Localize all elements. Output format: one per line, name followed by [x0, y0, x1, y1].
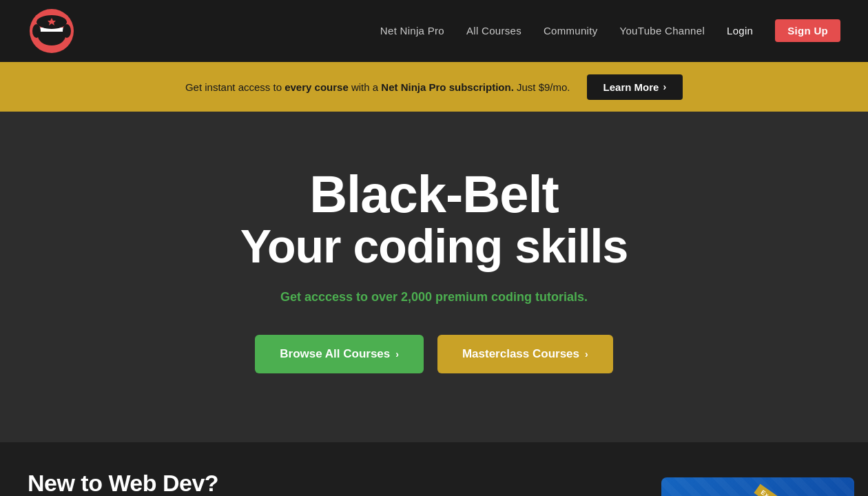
svg-point-5: [63, 24, 71, 38]
nav-item-sign-up[interactable]: Sign Up: [775, 25, 840, 37]
svg-point-4: [32, 24, 41, 38]
logo[interactable]: [28, 7, 76, 55]
navigation: Net Ninja Pro All Courses Community YouT…: [0, 0, 868, 62]
bottom-section: New to Web Dev? Exclusive to Net Ninja P…: [0, 442, 868, 496]
hero-title: Black-Belt Your coding skills: [240, 167, 628, 290]
exclusive-badge: Exclusive to Net Ninja Pro: [754, 484, 854, 496]
promo-text: Get instant access to every course with …: [185, 81, 570, 93]
nav-item-net-ninja-pro[interactable]: Net Ninja Pro: [380, 25, 444, 37]
new-to-web-dev: New to Web Dev?: [0, 442, 648, 496]
nav-item-community[interactable]: Community: [544, 25, 598, 37]
chevron-right-icon: ›: [585, 349, 588, 360]
learn-more-button[interactable]: Learn More ›: [587, 74, 683, 100]
typescript-card: Exclusive to Net Ninja Pro TYPESCRIPT: [661, 477, 854, 496]
chevron-right-icon: ›: [395, 349, 399, 360]
typescript-card-container: Exclusive to Net Ninja Pro TYPESCRIPT: [648, 442, 868, 496]
nav-links: Net Ninja Pro All Courses Community YouT…: [380, 25, 840, 37]
nav-item-all-courses[interactable]: All Courses: [466, 25, 521, 37]
nav-item-youtube-channel[interactable]: YouTube Channel: [620, 25, 705, 37]
chevron-right-icon: ›: [663, 81, 666, 92]
hero-buttons: Browse All Courses › Masterclass Courses…: [255, 335, 612, 373]
hero-section: Black-Belt Your coding skills Get accces…: [0, 112, 868, 442]
browse-all-courses-button[interactable]: Browse All Courses ›: [255, 335, 424, 373]
bottom-heading: New to Web Dev?: [28, 470, 620, 496]
nav-item-login[interactable]: Login: [727, 25, 753, 37]
masterclass-courses-button[interactable]: Masterclass Courses ›: [437, 335, 613, 373]
hero-subtitle: Get acccess to over 2,000 premium coding…: [280, 290, 588, 304]
promo-banner: Get instant access to every course with …: [0, 62, 868, 112]
